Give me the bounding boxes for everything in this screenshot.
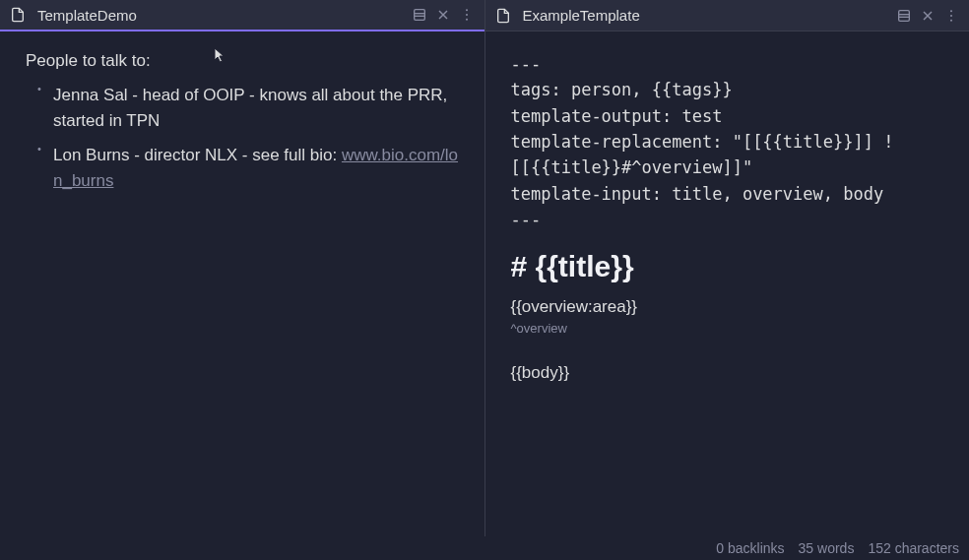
svg-rect-0	[414, 10, 424, 21]
more-icon[interactable]	[939, 4, 963, 28]
svg-point-7	[466, 19, 468, 21]
svg-point-5	[466, 9, 468, 11]
content-left[interactable]: People to talk to: Jenna Sal - head of O…	[0, 31, 484, 536]
person-text: Lon Burns - director NLX - see full bio:	[53, 146, 342, 164]
svg-point-13	[950, 10, 952, 12]
pane-right: ExampleTemplate --- tags: person, {{tags…	[485, 0, 970, 536]
overview-placeholder: {{overview:area}}	[511, 297, 944, 317]
tab-title-right-text: ExampleTemplate	[523, 7, 640, 24]
tab-header-left: TemplateDemo	[0, 0, 484, 31]
template-title-heading: # {{title}}	[511, 250, 944, 283]
close-icon[interactable]	[916, 4, 939, 28]
file-icon	[6, 3, 30, 27]
person-text: Jenna Sal - head of OOIP - knows all abo…	[53, 86, 447, 130]
svg-point-15	[950, 19, 952, 21]
pane-left: TemplateDemo People to talk to: Jenna Sa…	[0, 0, 485, 536]
svg-point-6	[466, 14, 468, 16]
tab-title-left-text: TemplateDemo	[37, 7, 137, 24]
close-icon[interactable]	[431, 3, 455, 27]
status-bar: 0 backlinks 35 words 152 characters	[0, 536, 969, 560]
frontmatter-block: --- tags: person, {{tags}} template-outp…	[511, 51, 944, 232]
tab-title-left[interactable]: TemplateDemo	[6, 3, 408, 27]
people-heading: People to talk to:	[26, 51, 459, 71]
status-words[interactable]: 35 words	[799, 540, 855, 556]
panes-container: TemplateDemo People to talk to: Jenna Sa…	[0, 0, 969, 536]
svg-point-14	[950, 15, 952, 17]
svg-rect-8	[899, 10, 910, 21]
link-pane-icon[interactable]	[408, 3, 431, 27]
tab-header-right: ExampleTemplate	[485, 0, 970, 31]
status-backlinks[interactable]: 0 backlinks	[716, 540, 784, 556]
tab-title-right[interactable]: ExampleTemplate	[491, 4, 893, 28]
file-icon	[491, 4, 515, 28]
link-pane-icon[interactable]	[892, 4, 916, 28]
overview-reference: ^overview	[511, 321, 944, 336]
body-placeholder: {{body}}	[511, 363, 944, 383]
status-characters[interactable]: 152 characters	[868, 540, 959, 556]
people-list: Jenna Sal - head of OOIP - knows all abo…	[26, 83, 459, 194]
list-item: Lon Burns - director NLX - see full bio:…	[37, 143, 459, 195]
content-right[interactable]: --- tags: person, {{tags}} template-outp…	[485, 31, 970, 536]
list-item: Jenna Sal - head of OOIP - knows all abo…	[37, 83, 459, 135]
more-icon[interactable]	[455, 3, 479, 27]
